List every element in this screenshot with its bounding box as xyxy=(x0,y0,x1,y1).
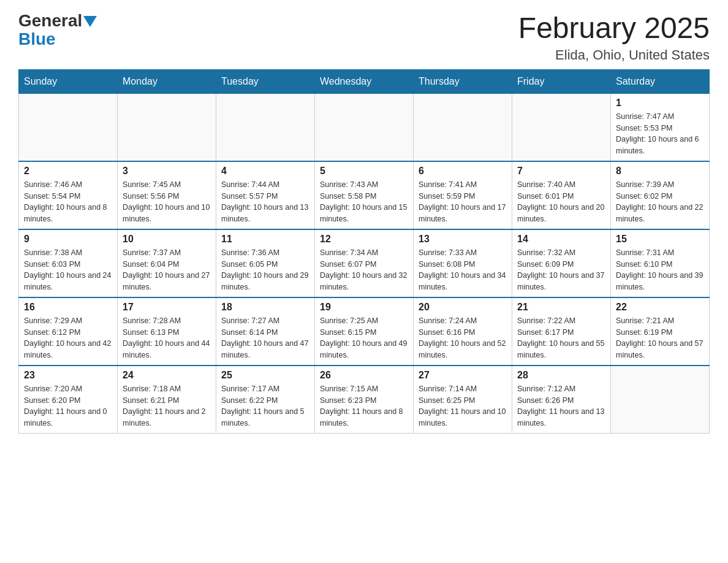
header-thursday: Thursday xyxy=(414,69,512,93)
table-row xyxy=(118,93,216,161)
table-row: 17Sunrise: 7:28 AM Sunset: 6:13 PM Dayli… xyxy=(118,297,216,366)
day-info: Sunrise: 7:27 AM Sunset: 6:14 PM Dayligh… xyxy=(221,315,309,361)
location-subtitle: Elida, Ohio, United States xyxy=(518,47,710,63)
day-number: 12 xyxy=(320,234,408,245)
table-row: 13Sunrise: 7:33 AM Sunset: 6:08 PM Dayli… xyxy=(414,229,512,297)
day-number: 22 xyxy=(616,302,704,313)
calendar-week-row: 23Sunrise: 7:20 AM Sunset: 6:20 PM Dayli… xyxy=(19,366,710,434)
table-row: 26Sunrise: 7:15 AM Sunset: 6:23 PM Dayli… xyxy=(315,366,414,434)
header-friday: Friday xyxy=(512,69,611,93)
day-number: 5 xyxy=(320,166,408,177)
day-number: 15 xyxy=(616,234,704,245)
day-number: 4 xyxy=(221,166,309,177)
table-row: 24Sunrise: 7:18 AM Sunset: 6:21 PM Dayli… xyxy=(118,366,216,434)
day-number: 3 xyxy=(123,166,211,177)
calendar-week-row: 2Sunrise: 7:46 AM Sunset: 5:54 PM Daylig… xyxy=(19,161,710,229)
table-row xyxy=(19,93,118,161)
day-number: 19 xyxy=(320,302,408,313)
day-info: Sunrise: 7:12 AM Sunset: 6:26 PM Dayligh… xyxy=(517,383,605,429)
calendar-table: Sunday Monday Tuesday Wednesday Thursday… xyxy=(18,69,710,434)
day-info: Sunrise: 7:44 AM Sunset: 5:57 PM Dayligh… xyxy=(221,179,309,225)
header-wednesday: Wednesday xyxy=(315,69,414,93)
table-row: 16Sunrise: 7:29 AM Sunset: 6:12 PM Dayli… xyxy=(19,297,118,366)
day-number: 7 xyxy=(517,166,605,177)
day-info: Sunrise: 7:20 AM Sunset: 6:20 PM Dayligh… xyxy=(24,383,112,429)
header-saturday: Saturday xyxy=(611,69,710,93)
table-row: 5Sunrise: 7:43 AM Sunset: 5:58 PM Daylig… xyxy=(315,161,414,229)
table-row: 2Sunrise: 7:46 AM Sunset: 5:54 PM Daylig… xyxy=(19,161,118,229)
calendar-week-row: 16Sunrise: 7:29 AM Sunset: 6:12 PM Dayli… xyxy=(19,297,710,366)
table-row: 6Sunrise: 7:41 AM Sunset: 5:59 PM Daylig… xyxy=(414,161,512,229)
day-info: Sunrise: 7:46 AM Sunset: 5:54 PM Dayligh… xyxy=(24,179,112,225)
table-row xyxy=(414,93,512,161)
day-info: Sunrise: 7:25 AM Sunset: 6:15 PM Dayligh… xyxy=(320,315,408,361)
day-info: Sunrise: 7:31 AM Sunset: 6:10 PM Dayligh… xyxy=(616,247,704,293)
day-info: Sunrise: 7:22 AM Sunset: 6:17 PM Dayligh… xyxy=(517,315,605,361)
day-number: 6 xyxy=(419,166,507,177)
day-number: 14 xyxy=(517,234,605,245)
table-row: 28Sunrise: 7:12 AM Sunset: 6:26 PM Dayli… xyxy=(512,366,611,434)
day-number: 13 xyxy=(419,234,507,245)
day-number: 8 xyxy=(616,166,704,177)
day-number: 21 xyxy=(517,302,605,313)
day-number: 11 xyxy=(221,234,309,245)
table-row: 25Sunrise: 7:17 AM Sunset: 6:22 PM Dayli… xyxy=(216,366,315,434)
header-tuesday: Tuesday xyxy=(216,69,315,93)
page-header: General Blue February 2025 Elida, Ohio, … xyxy=(18,12,710,63)
logo: General Blue xyxy=(18,12,97,49)
table-row: 3Sunrise: 7:45 AM Sunset: 5:56 PM Daylig… xyxy=(118,161,216,229)
day-info: Sunrise: 7:21 AM Sunset: 6:19 PM Dayligh… xyxy=(616,315,704,361)
table-row: 11Sunrise: 7:36 AM Sunset: 6:05 PM Dayli… xyxy=(216,229,315,297)
logo-arrow-icon xyxy=(83,16,97,27)
table-row: 14Sunrise: 7:32 AM Sunset: 6:09 PM Dayli… xyxy=(512,229,611,297)
day-info: Sunrise: 7:15 AM Sunset: 6:23 PM Dayligh… xyxy=(320,383,408,429)
table-row: 4Sunrise: 7:44 AM Sunset: 5:57 PM Daylig… xyxy=(216,161,315,229)
day-info: Sunrise: 7:37 AM Sunset: 6:04 PM Dayligh… xyxy=(123,247,211,293)
day-info: Sunrise: 7:32 AM Sunset: 6:09 PM Dayligh… xyxy=(517,247,605,293)
title-section: February 2025 Elida, Ohio, United States xyxy=(518,12,710,63)
day-info: Sunrise: 7:47 AM Sunset: 5:53 PM Dayligh… xyxy=(616,111,704,157)
day-info: Sunrise: 7:33 AM Sunset: 6:08 PM Dayligh… xyxy=(419,247,507,293)
day-info: Sunrise: 7:43 AM Sunset: 5:58 PM Dayligh… xyxy=(320,179,408,225)
table-row: 9Sunrise: 7:38 AM Sunset: 6:03 PM Daylig… xyxy=(19,229,118,297)
day-number: 20 xyxy=(419,302,507,313)
day-info: Sunrise: 7:36 AM Sunset: 6:05 PM Dayligh… xyxy=(221,247,309,293)
day-number: 18 xyxy=(221,302,309,313)
day-number: 16 xyxy=(24,302,112,313)
day-number: 26 xyxy=(320,370,408,381)
day-number: 24 xyxy=(123,370,211,381)
table-row: 22Sunrise: 7:21 AM Sunset: 6:19 PM Dayli… xyxy=(611,297,710,366)
table-row: 20Sunrise: 7:24 AM Sunset: 6:16 PM Dayli… xyxy=(414,297,512,366)
logo-text-blue: Blue xyxy=(18,29,56,49)
calendar-header-row: Sunday Monday Tuesday Wednesday Thursday… xyxy=(19,69,710,93)
table-row: 1Sunrise: 7:47 AM Sunset: 5:53 PM Daylig… xyxy=(611,93,710,161)
table-row: 12Sunrise: 7:34 AM Sunset: 6:07 PM Dayli… xyxy=(315,229,414,297)
calendar-week-row: 1Sunrise: 7:47 AM Sunset: 5:53 PM Daylig… xyxy=(19,93,710,161)
day-number: 1 xyxy=(616,98,704,109)
table-row: 21Sunrise: 7:22 AM Sunset: 6:17 PM Dayli… xyxy=(512,297,611,366)
day-info: Sunrise: 7:45 AM Sunset: 5:56 PM Dayligh… xyxy=(123,179,211,225)
table-row: 18Sunrise: 7:27 AM Sunset: 6:14 PM Dayli… xyxy=(216,297,315,366)
table-row xyxy=(315,93,414,161)
table-row: 7Sunrise: 7:40 AM Sunset: 6:01 PM Daylig… xyxy=(512,161,611,229)
day-number: 23 xyxy=(24,370,112,381)
day-info: Sunrise: 7:18 AM Sunset: 6:21 PM Dayligh… xyxy=(123,383,211,429)
day-info: Sunrise: 7:28 AM Sunset: 6:13 PM Dayligh… xyxy=(123,315,211,361)
day-info: Sunrise: 7:38 AM Sunset: 6:03 PM Dayligh… xyxy=(24,247,112,293)
day-info: Sunrise: 7:24 AM Sunset: 6:16 PM Dayligh… xyxy=(419,315,507,361)
table-row: 27Sunrise: 7:14 AM Sunset: 6:25 PM Dayli… xyxy=(414,366,512,434)
calendar-week-row: 9Sunrise: 7:38 AM Sunset: 6:03 PM Daylig… xyxy=(19,229,710,297)
table-row: 8Sunrise: 7:39 AM Sunset: 6:02 PM Daylig… xyxy=(611,161,710,229)
day-number: 10 xyxy=(123,234,211,245)
table-row: 15Sunrise: 7:31 AM Sunset: 6:10 PM Dayli… xyxy=(611,229,710,297)
day-info: Sunrise: 7:39 AM Sunset: 6:02 PM Dayligh… xyxy=(616,179,704,225)
day-info: Sunrise: 7:41 AM Sunset: 5:59 PM Dayligh… xyxy=(419,179,507,225)
day-number: 28 xyxy=(517,370,605,381)
day-number: 9 xyxy=(24,234,112,245)
logo-text-general: General xyxy=(18,12,82,29)
svg-marker-0 xyxy=(83,16,97,27)
day-info: Sunrise: 7:14 AM Sunset: 6:25 PM Dayligh… xyxy=(419,383,507,429)
day-number: 17 xyxy=(123,302,211,313)
header-monday: Monday xyxy=(118,69,216,93)
table-row: 23Sunrise: 7:20 AM Sunset: 6:20 PM Dayli… xyxy=(19,366,118,434)
